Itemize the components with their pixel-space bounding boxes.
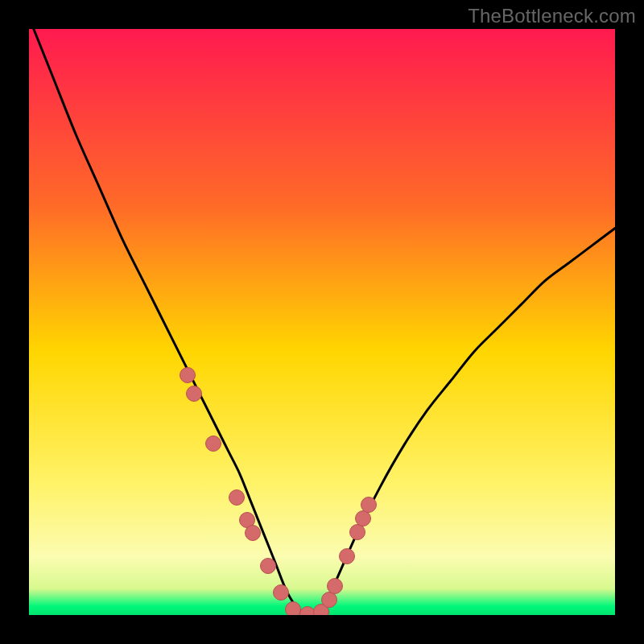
plot-area	[29, 29, 615, 615]
gradient-background	[29, 29, 615, 615]
sample-dot	[205, 436, 221, 452]
watermark-text: TheBottleneck.com	[468, 5, 636, 27]
sample-dot	[327, 578, 343, 594]
sample-dot	[245, 525, 261, 541]
sample-dot	[285, 601, 301, 615]
sample-dot	[186, 386, 202, 402]
sample-dot	[180, 367, 196, 383]
svg-rect-0	[29, 29, 615, 615]
sample-dot	[361, 497, 377, 513]
sample-dot	[273, 584, 289, 601]
sample-dot	[321, 592, 337, 608]
sample-dot	[229, 489, 245, 506]
sample-dot	[260, 558, 276, 574]
chart-frame: TheBottleneck.com	[0, 0, 644, 644]
sample-dot	[339, 548, 355, 564]
